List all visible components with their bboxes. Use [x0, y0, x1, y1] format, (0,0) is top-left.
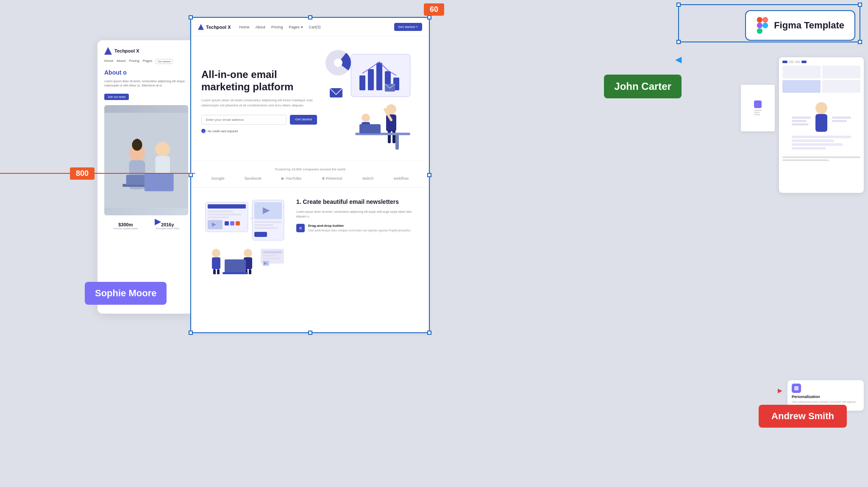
svg-rect-44	[254, 221, 282, 223]
rp-lines	[782, 156, 860, 161]
hero-email-input[interactable]	[201, 115, 287, 125]
bottom-section-title: 1. Create beautiful email newsletters	[296, 198, 419, 206]
svg-rect-60	[263, 255, 278, 256]
site-nav-links: Home About Pricing Pages ▾ Cart(3)	[239, 25, 394, 29]
rmp-line-2	[754, 112, 760, 113]
cursor-arrow-personalization: ▶	[778, 387, 782, 394]
trusted-title: Trusted by 10,000 companies around the w…	[201, 167, 419, 171]
trusted-google: Google	[211, 176, 225, 181]
stat-label-founded: Founded since 2016	[156, 227, 179, 230]
svg-rect-70	[815, 114, 827, 132]
site-nav: Techpool X Home About Pricing Pages ▾ Ca…	[191, 18, 429, 36]
svg-rect-0	[104, 113, 188, 208]
site-bottom-section: +	[191, 187, 429, 284]
svg-rect-61	[263, 258, 280, 259]
rmp-icon	[754, 100, 762, 108]
stat-value-capital: $300m	[113, 222, 138, 227]
left-card-logo-icon	[104, 47, 112, 55]
left-card-about: About o	[104, 69, 188, 76]
bottom-illustration: +	[201, 198, 286, 274]
measure-line	[0, 173, 195, 174]
svg-rect-75	[832, 120, 847, 122]
cursor-arrow-top-right: ◀	[675, 54, 682, 64]
nav-pricing: Pricing	[271, 25, 283, 29]
svg-point-48	[212, 249, 220, 257]
left-get-started: Get started	[156, 59, 172, 64]
left-card-nav: HomeAboutPricingPages Get started	[104, 59, 188, 64]
svg-rect-39	[236, 221, 240, 225]
left-card-text: Lorem ipsum dolor sit amet, consectetur …	[104, 79, 188, 88]
site-hero: All-in-one email marketing platform Lore…	[191, 36, 429, 160]
svg-rect-19	[386, 114, 396, 131]
nav-cart: Cart(3)	[309, 25, 321, 29]
bottom-section-desc: Lorem ipsum dolor sit amet, consectetur …	[296, 210, 419, 219]
measure-badge-left: 800	[70, 167, 95, 180]
svg-point-23	[362, 114, 370, 122]
left-card-photo	[104, 105, 188, 215]
trusted-section: Trusted by 10,000 companies around the w…	[191, 160, 429, 187]
trusted-logos: Google facebook ▶ YouTube ⊕ Pinterest tw…	[201, 176, 419, 181]
right-mini-preview	[741, 85, 775, 131]
measure-badge-top: 60	[424, 3, 444, 16]
rp-dot-1	[782, 61, 787, 63]
site-logo-text: Techpool X	[206, 25, 231, 30]
figma-logo-icon	[756, 17, 769, 34]
feature-drag-name: Drag-and-drop builder	[308, 224, 410, 228]
rp-dot-3	[795, 61, 800, 63]
hero-cta-button[interactable]: Get started	[290, 115, 317, 125]
user-badge-sophie: Sophie Moore	[85, 282, 167, 305]
svg-rect-77	[792, 139, 834, 142]
svg-rect-21	[392, 131, 395, 143]
svg-rect-26	[395, 135, 399, 150]
stat-label-capital: Venture capital raised	[113, 227, 138, 230]
rp-card-4	[822, 80, 860, 93]
svg-rect-73	[792, 123, 809, 125]
left-card-logo-text: Techpool X	[114, 48, 139, 53]
left-card-stats: $300m Venture capital raised 2016y Found…	[104, 219, 188, 233]
left-card-btn: Join our team	[104, 94, 129, 100]
trusted-facebook: facebook	[245, 176, 262, 181]
rp-dot-2	[789, 61, 794, 63]
rp-line-2	[782, 159, 829, 161]
hero-note: No credit card required	[201, 129, 317, 133]
hero-illustration	[326, 50, 419, 152]
rmp-line-3	[754, 114, 760, 115]
feature-drag-icon: ✕	[296, 224, 305, 232]
left-photo-svg	[104, 105, 188, 215]
figma-template-label: Figma Template	[774, 20, 844, 31]
stat-item-capital: $300m Venture capital raised	[113, 222, 138, 230]
nav-cta-button[interactable]: Get started +	[394, 23, 422, 31]
svg-rect-34	[208, 217, 229, 218]
svg-rect-47	[254, 232, 267, 237]
figma-template-badge: Figma Template	[745, 10, 855, 41]
user-badge-john: John Carter	[604, 75, 682, 98]
svg-rect-28	[330, 88, 342, 97]
svg-rect-33	[208, 214, 242, 215]
svg-rect-74	[832, 117, 851, 119]
left-preview-card: Techpool X HomeAboutPricingPages Get sta…	[97, 40, 195, 314]
svg-rect-12	[368, 69, 374, 90]
rmp-line-1	[754, 110, 762, 111]
rp-card-3	[782, 80, 821, 93]
hero-left: All-in-one email marketing platform Lore…	[201, 69, 317, 134]
hero-description: Lorem ipsum dolor sit amet consectetur a…	[201, 98, 317, 108]
site-logo: Techpool X	[198, 24, 231, 30]
personalization-icon	[792, 384, 801, 393]
svg-rect-11	[359, 75, 365, 90]
svg-rect-71	[792, 117, 811, 119]
personalization-title: Personalization	[792, 395, 860, 399]
svg-rect-79	[792, 147, 826, 150]
main-website-frame: Techpool X Home About Pricing Pages ▾ Ca…	[191, 18, 429, 332]
hero-illus-svg	[326, 50, 419, 152]
svg-rect-51	[217, 269, 220, 274]
trusted-pinterest: ⊕ Pinterest	[322, 176, 342, 181]
trusted-youtube: ▶ YouTube	[281, 176, 301, 181]
svg-point-68	[762, 22, 768, 28]
svg-rect-46	[254, 227, 278, 229]
svg-rect-37	[225, 221, 229, 225]
svg-rect-57	[223, 272, 248, 274]
feature-drag-text: Drag-and-drop builder Odio pellentesque …	[308, 224, 410, 232]
svg-rect-32	[208, 211, 233, 212]
svg-rect-50	[213, 269, 216, 274]
site-logo-icon	[198, 24, 204, 30]
